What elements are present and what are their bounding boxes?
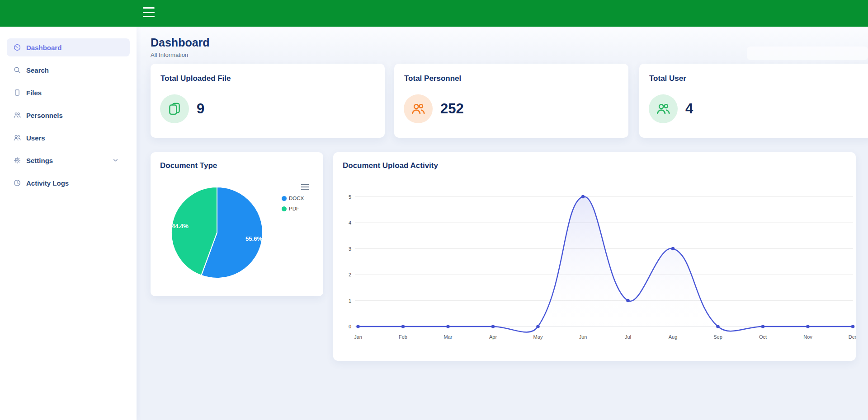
sidebar-item-label: Users xyxy=(26,134,45,142)
svg-text:Jan: Jan xyxy=(354,334,362,340)
svg-text:44.4%: 44.4% xyxy=(172,223,189,229)
svg-text:Jul: Jul xyxy=(625,334,631,340)
stat-card-total-user: Total User 4 xyxy=(639,64,868,138)
stat-card-title: Total User xyxy=(649,74,686,83)
clock-icon xyxy=(13,179,21,187)
header-right-panel xyxy=(747,47,868,60)
legend-dot xyxy=(282,206,287,211)
people-icon xyxy=(649,94,678,123)
search-icon xyxy=(13,66,21,74)
menu-bar xyxy=(301,184,309,185)
legend-label: DOCX xyxy=(289,196,304,201)
legend-item-pdf[interactable]: PDF xyxy=(282,206,304,211)
svg-text:Apr: Apr xyxy=(489,334,497,340)
stat-card-total-personnel: Total Personnel 252 xyxy=(394,64,628,138)
pie-chart: 55.6%44.4% xyxy=(170,186,264,279)
legend-label: PDF xyxy=(289,206,299,211)
stat-card-value: 9 xyxy=(197,94,204,123)
svg-text:0: 0 xyxy=(349,324,351,329)
sidebar-item-label: Files xyxy=(26,89,42,97)
sidebar-item-search[interactable]: Search xyxy=(7,61,130,79)
svg-text:Dec: Dec xyxy=(849,334,856,340)
gauge-icon xyxy=(13,43,21,51)
menu-bar xyxy=(301,187,309,187)
pie-chart-title: Document Type xyxy=(160,161,217,170)
menu-bar xyxy=(301,189,309,190)
svg-text:3: 3 xyxy=(349,246,351,252)
svg-text:May: May xyxy=(533,334,543,340)
sidebar-item-settings[interactable]: Settings xyxy=(7,151,130,169)
sidebar-item-label: Settings xyxy=(26,157,53,164)
sidebar-item-dashboard[interactable]: Dashboard xyxy=(7,38,130,56)
topbar xyxy=(0,0,868,27)
svg-text:Jun: Jun xyxy=(579,334,587,340)
sidebar-item-label: Dashboard xyxy=(26,44,61,51)
svg-text:Sep: Sep xyxy=(713,334,722,340)
file-icon xyxy=(13,89,21,97)
gear-icon xyxy=(13,156,21,164)
document-type-card: Document Type 55.6%44.4% DOCX PDF xyxy=(151,152,323,296)
svg-text:Aug: Aug xyxy=(669,334,678,340)
main-content: Dashboard All Information Total Uploaded… xyxy=(137,27,868,420)
hamburger-bar xyxy=(143,16,155,17)
line-chart: 543210JanFebMarAprMayJunJulAugSepOctNovD… xyxy=(333,152,856,361)
page-subtitle: All Information xyxy=(151,51,188,58)
chevron-down-icon xyxy=(112,157,119,163)
svg-text:Mar: Mar xyxy=(444,334,453,340)
stat-card-title: Total Personnel xyxy=(404,74,461,83)
stat-card-title: Total Uploaded File xyxy=(160,74,231,83)
stat-card-value: 4 xyxy=(685,94,693,123)
svg-text:2: 2 xyxy=(349,272,351,277)
svg-text:Feb: Feb xyxy=(399,334,407,340)
sidebar-item-label: Activity Logs xyxy=(26,179,69,187)
stat-card-total-uploaded-file: Total Uploaded File 9 xyxy=(151,64,385,138)
svg-text:Oct: Oct xyxy=(759,334,767,340)
sidebar-item-activity-logs[interactable]: Activity Logs xyxy=(7,174,130,192)
people-icon xyxy=(404,94,433,123)
svg-text:Nov: Nov xyxy=(803,334,812,340)
users-icon xyxy=(13,134,21,142)
pie-legend: DOCX PDF xyxy=(282,196,304,216)
sidebar-item-label: Personnels xyxy=(26,112,63,119)
sidebar-item-users[interactable]: Users xyxy=(7,129,130,147)
svg-text:55.6%: 55.6% xyxy=(245,235,262,242)
svg-text:4: 4 xyxy=(349,220,351,225)
hamburger-bar xyxy=(143,12,155,13)
chart-menu-icon[interactable] xyxy=(301,184,309,190)
hamburger-bar xyxy=(143,7,155,9)
sidebar-item-files[interactable]: Files xyxy=(7,84,130,102)
sidebar: Dashboard Search Files xyxy=(0,27,137,420)
sidebar-item-label: Search xyxy=(26,66,49,74)
hamburger-menu-icon[interactable] xyxy=(143,7,155,19)
document-upload-activity-card: Document Upload Activity 543210JanFebMar… xyxy=(333,152,856,361)
legend-item-docx[interactable]: DOCX xyxy=(282,196,304,201)
legend-dot xyxy=(282,196,287,201)
page-title: Dashboard xyxy=(151,36,210,49)
svg-text:5: 5 xyxy=(349,194,351,200)
svg-text:1: 1 xyxy=(349,298,351,303)
users-icon xyxy=(13,111,21,119)
documents-icon xyxy=(160,94,189,123)
sidebar-item-personnels[interactable]: Personnels xyxy=(7,106,130,124)
dashboard-app: Dashboard Search Files xyxy=(0,0,868,420)
stat-card-value: 252 xyxy=(440,94,464,123)
